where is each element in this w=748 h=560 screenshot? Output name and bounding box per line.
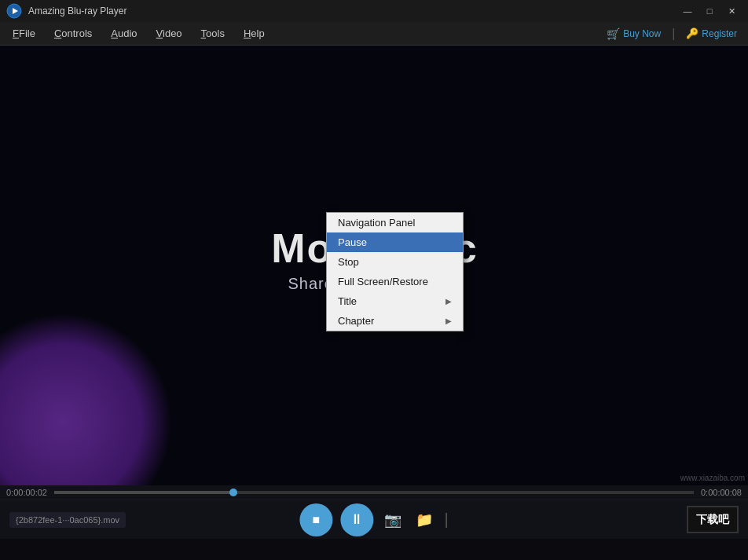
menu-help[interactable]: Help (234, 24, 274, 42)
video-area: Movav mic Share your knowledge www.xiaza… (0, 46, 748, 485)
file-label: {2b872fee-1···0ac065}.mov (9, 512, 126, 528)
pause-button[interactable]: ⏸ (340, 503, 373, 536)
controls-divider: | (444, 511, 448, 529)
timeline-area: 0:00:00:02 0:00:00:08 (0, 485, 748, 500)
stop-icon: ■ (313, 513, 321, 527)
menu-video[interactable]: Video (147, 24, 192, 42)
menubar-right: 🛒 Buy Now | 🔑 Register (599, 24, 745, 43)
progress-bar[interactable] (54, 491, 694, 494)
camera-icon: 📷 (384, 512, 402, 528)
ctx-fullscreen[interactable]: Full Screen/Restore (327, 272, 463, 291)
progress-fill (54, 491, 233, 494)
folder-button[interactable]: 📁 (412, 508, 436, 532)
center-controls: ■ ⏸ 📷 📁 | (299, 503, 448, 536)
titlebar-left: Amazing Blu-ray Player (6, 3, 126, 19)
purple-decoration (0, 313, 173, 485)
titlebar: Amazing Blu-ray Player — □ ✕ (0, 0, 748, 22)
ctx-stop[interactable]: Stop (327, 252, 463, 272)
progress-thumb[interactable] (229, 489, 237, 496)
menubar: FFile Controls Audio Video Tools Help 🛒 … (0, 22, 748, 46)
ctx-chapter-arrow: ▶ (446, 317, 452, 325)
register-button[interactable]: 🔑 Register (678, 24, 745, 42)
pause-icon: ⏸ (350, 511, 364, 528)
right-controls: 下载吧 (687, 506, 739, 533)
app-logo-icon (6, 3, 22, 19)
minimize-button[interactable]: — (677, 3, 698, 19)
ctx-navigation-panel[interactable]: Navigation Panel (327, 213, 463, 232)
menu-audio[interactable]: Audio (101, 24, 146, 42)
ctx-title[interactable]: Title ▶ (327, 291, 463, 311)
time-elapsed: 0:00:00:02 (6, 488, 50, 497)
menu-tools[interactable]: Tools (192, 24, 234, 42)
controls-bar: {2b872fee-1···0ac065}.mov ■ ⏸ 📷 📁 | 下载吧 (0, 500, 748, 539)
titlebar-controls: — □ ✕ (677, 3, 742, 19)
maximize-button[interactable]: □ (699, 3, 720, 19)
ctx-chapter[interactable]: Chapter ▶ (327, 311, 463, 331)
cart-icon: 🛒 (607, 27, 620, 40)
app-title: Amazing Blu-ray Player (28, 5, 126, 16)
time-total: 0:00:00:08 (698, 488, 742, 497)
menu-controls[interactable]: Controls (45, 24, 101, 42)
ctx-title-arrow: ▶ (446, 297, 452, 306)
bottom-logo: 下载吧 (687, 506, 739, 533)
screenshot-button[interactable]: 📷 (381, 508, 405, 532)
ctx-pause[interactable]: Pause (327, 232, 463, 252)
key-icon: 🔑 (686, 27, 698, 39)
folder-icon: 📁 (416, 512, 433, 528)
menu-file[interactable]: FFile (3, 24, 45, 42)
buy-now-button[interactable]: 🛒 Buy Now (599, 24, 669, 43)
stop-button[interactable]: ■ (299, 503, 332, 536)
watermark-text: www.xiazaiba.com (680, 474, 745, 482)
menu-divider: | (672, 27, 675, 41)
close-button[interactable]: ✕ (721, 3, 742, 19)
context-menu: Navigation Panel Pause Stop Full Screen/… (326, 212, 464, 331)
